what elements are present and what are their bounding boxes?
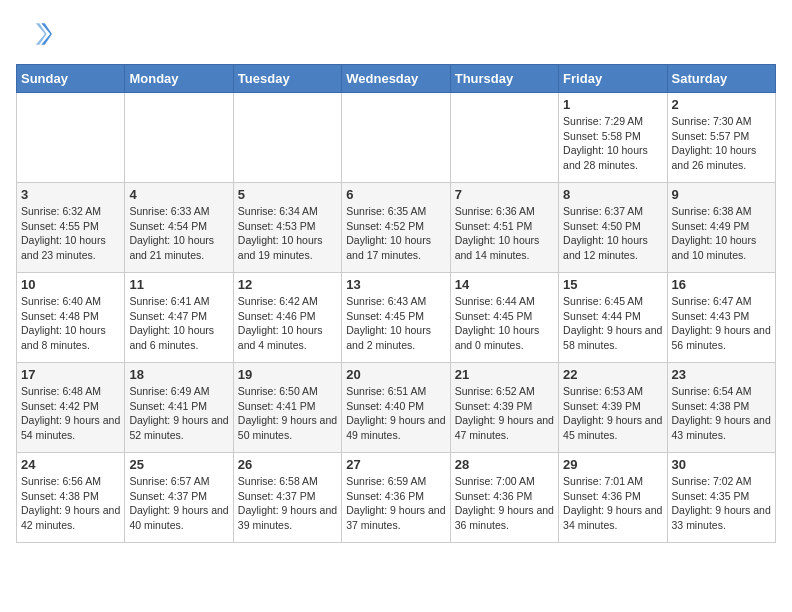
cell-info: Sunrise: 6:59 AM Sunset: 4:36 PM Dayligh…	[346, 474, 445, 533]
day-number: 10	[21, 277, 120, 292]
cell-info: Sunrise: 6:37 AM Sunset: 4:50 PM Dayligh…	[563, 204, 662, 263]
cell-info: Sunrise: 6:45 AM Sunset: 4:44 PM Dayligh…	[563, 294, 662, 353]
cell-info: Sunrise: 7:02 AM Sunset: 4:35 PM Dayligh…	[672, 474, 771, 533]
cell-info: Sunrise: 6:48 AM Sunset: 4:42 PM Dayligh…	[21, 384, 120, 443]
cell-3-0: 17Sunrise: 6:48 AM Sunset: 4:42 PM Dayli…	[17, 363, 125, 453]
header-tuesday: Tuesday	[233, 65, 341, 93]
cell-info: Sunrise: 6:52 AM Sunset: 4:39 PM Dayligh…	[455, 384, 554, 443]
cell-info: Sunrise: 7:01 AM Sunset: 4:36 PM Dayligh…	[563, 474, 662, 533]
day-number: 8	[563, 187, 662, 202]
day-number: 7	[455, 187, 554, 202]
day-number: 26	[238, 457, 337, 472]
cell-4-0: 24Sunrise: 6:56 AM Sunset: 4:38 PM Dayli…	[17, 453, 125, 543]
cell-info: Sunrise: 7:29 AM Sunset: 5:58 PM Dayligh…	[563, 114, 662, 173]
day-number: 14	[455, 277, 554, 292]
header-thursday: Thursday	[450, 65, 558, 93]
cell-info: Sunrise: 6:53 AM Sunset: 4:39 PM Dayligh…	[563, 384, 662, 443]
day-number: 2	[672, 97, 771, 112]
cell-0-5: 1Sunrise: 7:29 AM Sunset: 5:58 PM Daylig…	[559, 93, 667, 183]
day-number: 6	[346, 187, 445, 202]
cell-3-1: 18Sunrise: 6:49 AM Sunset: 4:41 PM Dayli…	[125, 363, 233, 453]
cell-info: Sunrise: 6:35 AM Sunset: 4:52 PM Dayligh…	[346, 204, 445, 263]
cell-info: Sunrise: 6:43 AM Sunset: 4:45 PM Dayligh…	[346, 294, 445, 353]
cell-0-3	[342, 93, 450, 183]
day-number: 11	[129, 277, 228, 292]
header-friday: Friday	[559, 65, 667, 93]
day-number: 1	[563, 97, 662, 112]
day-number: 30	[672, 457, 771, 472]
week-row-1: 3Sunrise: 6:32 AM Sunset: 4:55 PM Daylig…	[17, 183, 776, 273]
day-number: 20	[346, 367, 445, 382]
day-number: 3	[21, 187, 120, 202]
day-number: 18	[129, 367, 228, 382]
day-number: 12	[238, 277, 337, 292]
cell-info: Sunrise: 6:32 AM Sunset: 4:55 PM Dayligh…	[21, 204, 120, 263]
day-number: 27	[346, 457, 445, 472]
cell-2-0: 10Sunrise: 6:40 AM Sunset: 4:48 PM Dayli…	[17, 273, 125, 363]
cell-info: Sunrise: 6:57 AM Sunset: 4:37 PM Dayligh…	[129, 474, 228, 533]
day-number: 4	[129, 187, 228, 202]
cell-info: Sunrise: 6:44 AM Sunset: 4:45 PM Dayligh…	[455, 294, 554, 353]
cell-2-2: 12Sunrise: 6:42 AM Sunset: 4:46 PM Dayli…	[233, 273, 341, 363]
day-number: 23	[672, 367, 771, 382]
cell-info: Sunrise: 6:34 AM Sunset: 4:53 PM Dayligh…	[238, 204, 337, 263]
week-row-0: 1Sunrise: 7:29 AM Sunset: 5:58 PM Daylig…	[17, 93, 776, 183]
week-row-4: 24Sunrise: 6:56 AM Sunset: 4:38 PM Dayli…	[17, 453, 776, 543]
cell-4-4: 28Sunrise: 7:00 AM Sunset: 4:36 PM Dayli…	[450, 453, 558, 543]
cell-info: Sunrise: 6:49 AM Sunset: 4:41 PM Dayligh…	[129, 384, 228, 443]
cell-1-5: 8Sunrise: 6:37 AM Sunset: 4:50 PM Daylig…	[559, 183, 667, 273]
cell-4-2: 26Sunrise: 6:58 AM Sunset: 4:37 PM Dayli…	[233, 453, 341, 543]
cell-info: Sunrise: 6:40 AM Sunset: 4:48 PM Dayligh…	[21, 294, 120, 353]
calendar-body: 1Sunrise: 7:29 AM Sunset: 5:58 PM Daylig…	[17, 93, 776, 543]
cell-info: Sunrise: 6:51 AM Sunset: 4:40 PM Dayligh…	[346, 384, 445, 443]
day-number: 24	[21, 457, 120, 472]
day-number: 25	[129, 457, 228, 472]
cell-1-0: 3Sunrise: 6:32 AM Sunset: 4:55 PM Daylig…	[17, 183, 125, 273]
cell-3-4: 21Sunrise: 6:52 AM Sunset: 4:39 PM Dayli…	[450, 363, 558, 453]
cell-info: Sunrise: 6:33 AM Sunset: 4:54 PM Dayligh…	[129, 204, 228, 263]
cell-0-2	[233, 93, 341, 183]
cell-info: Sunrise: 6:50 AM Sunset: 4:41 PM Dayligh…	[238, 384, 337, 443]
day-number: 21	[455, 367, 554, 382]
day-number: 22	[563, 367, 662, 382]
cell-4-1: 25Sunrise: 6:57 AM Sunset: 4:37 PM Dayli…	[125, 453, 233, 543]
calendar-header: SundayMondayTuesdayWednesdayThursdayFrid…	[17, 65, 776, 93]
day-number: 16	[672, 277, 771, 292]
cell-0-6: 2Sunrise: 7:30 AM Sunset: 5:57 PM Daylig…	[667, 93, 775, 183]
week-row-2: 10Sunrise: 6:40 AM Sunset: 4:48 PM Dayli…	[17, 273, 776, 363]
day-number: 13	[346, 277, 445, 292]
header-monday: Monday	[125, 65, 233, 93]
cell-info: Sunrise: 7:30 AM Sunset: 5:57 PM Dayligh…	[672, 114, 771, 173]
logo-icon	[16, 16, 52, 52]
cell-1-3: 6Sunrise: 6:35 AM Sunset: 4:52 PM Daylig…	[342, 183, 450, 273]
cell-3-5: 22Sunrise: 6:53 AM Sunset: 4:39 PM Dayli…	[559, 363, 667, 453]
week-row-3: 17Sunrise: 6:48 AM Sunset: 4:42 PM Dayli…	[17, 363, 776, 453]
day-number: 19	[238, 367, 337, 382]
day-number: 9	[672, 187, 771, 202]
cell-info: Sunrise: 6:47 AM Sunset: 4:43 PM Dayligh…	[672, 294, 771, 353]
cell-info: Sunrise: 6:54 AM Sunset: 4:38 PM Dayligh…	[672, 384, 771, 443]
cell-3-3: 20Sunrise: 6:51 AM Sunset: 4:40 PM Dayli…	[342, 363, 450, 453]
day-number: 15	[563, 277, 662, 292]
cell-2-6: 16Sunrise: 6:47 AM Sunset: 4:43 PM Dayli…	[667, 273, 775, 363]
cell-info: Sunrise: 6:41 AM Sunset: 4:47 PM Dayligh…	[129, 294, 228, 353]
cell-3-6: 23Sunrise: 6:54 AM Sunset: 4:38 PM Dayli…	[667, 363, 775, 453]
cell-1-1: 4Sunrise: 6:33 AM Sunset: 4:54 PM Daylig…	[125, 183, 233, 273]
cell-info: Sunrise: 6:56 AM Sunset: 4:38 PM Dayligh…	[21, 474, 120, 533]
cell-1-2: 5Sunrise: 6:34 AM Sunset: 4:53 PM Daylig…	[233, 183, 341, 273]
cell-info: Sunrise: 7:00 AM Sunset: 4:36 PM Dayligh…	[455, 474, 554, 533]
header-wednesday: Wednesday	[342, 65, 450, 93]
header-saturday: Saturday	[667, 65, 775, 93]
calendar: SundayMondayTuesdayWednesdayThursdayFrid…	[16, 64, 776, 543]
cell-2-1: 11Sunrise: 6:41 AM Sunset: 4:47 PM Dayli…	[125, 273, 233, 363]
header-row: SundayMondayTuesdayWednesdayThursdayFrid…	[17, 65, 776, 93]
cell-info: Sunrise: 6:36 AM Sunset: 4:51 PM Dayligh…	[455, 204, 554, 263]
cell-4-6: 30Sunrise: 7:02 AM Sunset: 4:35 PM Dayli…	[667, 453, 775, 543]
cell-2-4: 14Sunrise: 6:44 AM Sunset: 4:45 PM Dayli…	[450, 273, 558, 363]
page-header	[16, 16, 776, 52]
day-number: 17	[21, 367, 120, 382]
cell-4-3: 27Sunrise: 6:59 AM Sunset: 4:36 PM Dayli…	[342, 453, 450, 543]
day-number: 28	[455, 457, 554, 472]
day-number: 29	[563, 457, 662, 472]
cell-0-4	[450, 93, 558, 183]
